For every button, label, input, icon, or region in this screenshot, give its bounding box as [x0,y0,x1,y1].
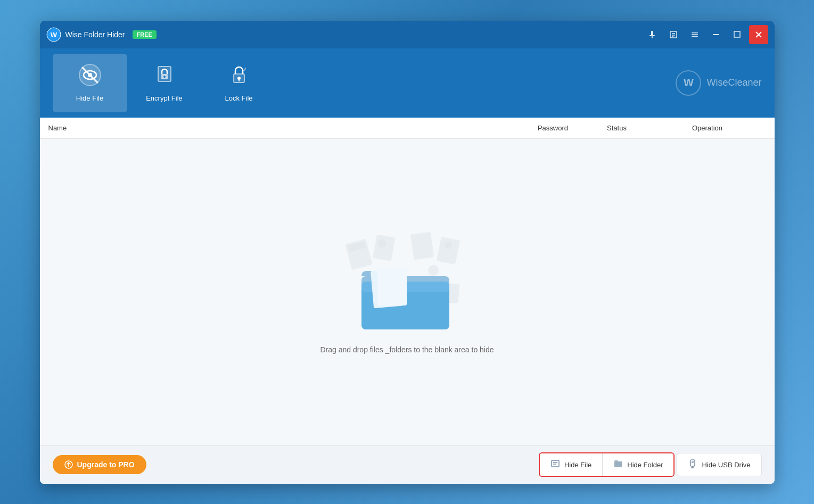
toolbar-brand: W WiseCleaner [676,70,761,96]
main-content: ♪ [40,139,775,445]
encrypt-file-icon [153,63,176,90]
svg-rect-9 [692,32,698,34]
svg-rect-51 [693,461,694,462]
menu-button[interactable] [685,25,704,44]
pin-button[interactable] [643,25,662,44]
hide-file-icon [78,63,102,90]
footer-actions: Hide File Hide Folder Hide USB Drive [539,452,762,477]
tab-lock-file[interactable]: Lock File [202,54,276,112]
hide-usb-button[interactable]: Hide USB Drive [677,453,761,476]
app-window: W Wise Folder Hider FREE [40,21,775,484]
svg-rect-30 [410,232,434,260]
drop-zone: ♪ [320,230,494,354]
svg-rect-47 [690,460,695,466]
title-bar-left: W Wise Folder Hider FREE [46,27,157,42]
hide-file-btn-label: Hide File [564,461,591,469]
hide-usb-btn-label: Hide USB Drive [702,461,750,469]
drop-hint: Drag and drop files _folders to the blan… [320,345,494,354]
lock-file-icon [227,63,251,90]
svg-rect-28 [373,234,396,261]
col-name: Name [48,124,521,132]
hide-file-btn-icon [550,459,560,470]
app-logo: W [46,27,61,42]
tab-lock-file-label: Lock File [225,94,252,102]
upgrade-label: Upgrade to PRO [77,460,135,469]
minimize-button[interactable] [706,25,726,44]
col-password: Password [521,124,585,132]
svg-rect-50 [692,461,693,463]
notes-button[interactable] [664,25,683,44]
column-headers: Name Password Status Operation [40,118,775,139]
toolbar: Hide File Encrypt File [40,48,775,118]
hide-usb-btn-icon [688,459,697,470]
upgrade-button[interactable]: Upgrade to PRO [53,455,146,474]
svg-rect-2 [651,31,653,36]
footer: Upgrade to PRO Hide File Hide Folder [40,445,775,484]
illustration: ♪ [343,230,471,337]
col-status: Status [585,124,649,132]
free-badge: FREE [133,30,157,39]
hide-folder-btn-label: Hide Folder [627,461,663,469]
tab-encrypt-file-label: Encrypt File [146,94,183,102]
col-operation: Operation [649,124,766,132]
hide-file-button[interactable]: Hide File [540,453,603,476]
svg-rect-11 [692,36,698,37]
maximize-button[interactable] [728,25,747,44]
hide-folder-button[interactable]: Hide Folder [603,453,673,476]
svg-point-19 [88,73,92,77]
tab-encrypt-file[interactable]: Encrypt File [127,54,202,112]
folder-icon [359,260,455,337]
brand-name: WiseCleaner [706,77,761,88]
svg-rect-42 [377,268,407,305]
svg-rect-3 [649,35,655,36]
svg-point-22 [163,76,166,78]
svg-text:W: W [50,31,57,39]
tab-hide-file-label: Hide File [76,94,103,102]
tab-hide-file[interactable]: Hide File [53,54,127,112]
footer-action-group: Hide File Hide Folder [539,452,675,477]
svg-rect-4 [652,36,653,38]
svg-rect-10 [692,34,698,35]
svg-rect-12 [713,34,719,35]
hide-folder-btn-icon [613,459,623,470]
close-button[interactable] [749,25,768,44]
svg-rect-25 [239,79,240,81]
svg-rect-44 [552,460,559,467]
brand-logo: W [676,70,701,96]
app-title: Wise Folder Hider [65,30,125,39]
svg-rect-13 [734,31,740,37]
title-bar: W Wise Folder Hider FREE [40,21,775,48]
title-bar-right [643,25,768,44]
toolbar-tabs: Hide File Encrypt File [53,54,276,112]
